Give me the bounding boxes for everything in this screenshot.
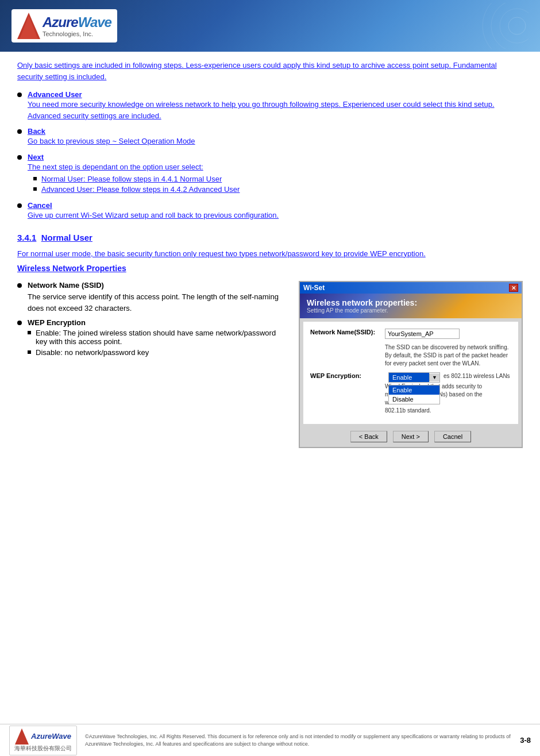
footer-logo-text: AzureWave [31,732,71,740]
wep-encryption-bullet: WEP Encryption Enable: The joined wirele… [17,318,287,359]
footer-logo-chinese: 海華科技股份有限公司 [14,745,72,753]
wep-selected: Enable [389,373,429,382]
wiset-back-button[interactable]: < Back [350,431,387,442]
wep-enable-text: Enable: The joined wireless station shou… [36,329,287,346]
footer-triangle-icon [15,728,29,745]
wiset-dialog: Wi-Set ✕ Wireless network properties: Se… [299,281,523,448]
bullet-dot [17,321,22,325]
bullet-dot [17,203,22,208]
wep-row: WEP Encryption: Enable ▼ Enable Disable [310,372,511,415]
wep-label: WEP Encryption: [310,372,385,379]
sub-bullet-normal-user: Normal User: Please follow steps in 4.4.… [33,175,240,183]
wiset-next-button[interactable]: Next > [393,431,429,442]
footer-copyright: ©AzureWave Technologies, Inc. All Rights… [85,733,512,747]
bullet-advanced-user: Advanced User You need more security kno… [17,90,523,121]
wep-dropdown-wrap: Enable ▼ Enable Disable [388,372,440,383]
network-name-desc: The service serve identify of this acces… [28,291,287,314]
ssid-row: Network Name(SSID): [310,329,511,339]
footer-logo: AzureWave 海華科技股份有限公司 [9,726,77,755]
wiset-close-button[interactable]: ✕ [509,284,518,292]
wep-disable-bullet: Disable: no network/password key [28,348,287,357]
header-logo: AzureWave Technologies, Inc. [11,9,117,43]
ssid-desc: The SSID can be discovered by network sn… [385,344,511,368]
next-desc: The next step is dependant on the option… [28,161,240,173]
sub-square [28,350,31,354]
wiset-body: Network Name(SSID): The SSID can be disc… [303,322,518,424]
two-col-layout: Network Name (SSID) The service serve id… [17,281,523,448]
wep-option-disable[interactable]: Disable [389,395,439,404]
dropdown-arrow-icon[interactable]: ▼ [429,373,439,381]
next-link[interactable]: Next [28,153,240,161]
bullet-content-cancel: Cancel Give up current Wi-Set Wizard set… [28,201,279,221]
svg-point-2 [483,3,529,49]
next-sub-bullets: Normal User: Please follow steps in 4.4.… [33,175,240,194]
logo-triangle-icon [17,13,40,39]
network-name-title: Network Name (SSID) [28,281,287,290]
wep-dropdown-popup: Enable Disable [388,385,440,404]
wep-bottom-line: 802.11b standard. [385,407,511,415]
advanced-user-desc: You need more security knowledge on wire… [28,99,523,121]
cancel-link[interactable]: Cancel [28,201,279,210]
wiset-footer: < Back Next > Cacnel [300,427,522,447]
wep-enable-bullet: Enable: The joined wireless station shou… [28,329,287,346]
wiset-banner: Wireless network properties: Setting AP … [300,294,522,318]
wep-sub-bullets: Enable: The joined wireless station shou… [28,329,287,357]
sub-bullet-square [33,187,37,191]
sub-bullet-text-normal: Normal User: Please follow steps in 4.4.… [41,175,222,183]
back-link[interactable]: Back [28,127,195,136]
wiset-cancel-button[interactable]: Cacnel [434,431,471,442]
wiset-banner-title: Wireless network properties: [307,298,515,307]
wiset-banner-subtitle: Setting AP the mode parameter. [307,307,515,314]
left-column: Network Name (SSID) The service serve id… [17,281,287,364]
bullet-dot [17,129,22,134]
section-title: Normal User [41,233,92,242]
normal-user-desc: For normal user mode, the basic security… [17,248,523,260]
intro-text: Only basic settings are included in foll… [17,60,523,82]
svg-point-4 [500,9,529,43]
header-decorative-circles [460,3,529,49]
bullet-dot [17,155,22,160]
bullet-dot [17,92,22,97]
wiset-dialog-container: Wi-Set ✕ Wireless network properties: Se… [299,281,523,448]
wireless-network-properties-heading: Wireless Network Properties [17,264,523,273]
logo-azure: Azure [43,14,78,30]
bullet-dot [17,283,22,288]
back-desc: Go back to previous step ~ Select Operat… [28,136,195,147]
logo-wave: Wave [78,14,111,30]
bullet-cancel: Cancel Give up current Wi-Set Wizard set… [17,201,523,221]
sub-bullet-square [33,177,37,180]
footer-page-number: 3-8 [520,736,531,745]
sub-square [28,331,31,334]
footer-logo-inner: AzureWave [15,728,71,745]
bullet-next: Next The next step is dependant on the o… [17,153,523,196]
network-name-content: Network Name (SSID) The service serve id… [28,281,287,314]
bullet-content-advanced: Advanced User You need more security kno… [28,90,523,121]
wep-encryption-content: WEP Encryption Enable: The joined wirele… [28,318,287,359]
wep-dropdown[interactable]: Enable ▼ [388,372,440,383]
network-name-bullet: Network Name (SSID) The service serve id… [17,281,287,314]
wep-encryption-title: WEP Encryption [28,318,287,327]
sub-bullet-advanced-user: Advanced User: Please follow steps in 4.… [33,185,240,194]
wep-disable-text: Disable: no network/password key [36,348,149,357]
page-header: AzureWave Technologies, Inc. [0,0,540,52]
svg-marker-6 [15,728,29,745]
logo-subtitle: Technologies, Inc. [43,30,111,37]
bullet-content-back: Back Go back to previous step ~ Select O… [28,127,195,147]
page-footer: AzureWave 海華科技股份有限公司 ©AzureWave Technolo… [0,724,540,756]
sub-bullet-text-advanced: Advanced User: Please follow steps in 4.… [41,185,240,194]
advanced-user-link[interactable]: Advanced User [28,90,523,99]
wep-option-enable[interactable]: Enable [389,385,439,395]
section-heading-341: 3.4.1 Normal User [17,233,523,242]
main-content: Only basic settings are included in foll… [0,52,540,456]
ssid-label: Network Name(SSID): [310,329,385,335]
wiset-title: Wi-Set [303,284,325,292]
wep-right-desc: es 802.11b wireless LANs [443,372,510,380]
ssid-input[interactable] [385,329,460,339]
svg-point-5 [508,17,526,34]
bullet-content-next: Next The next step is dependant on the o… [28,153,240,196]
wiset-titlebar: Wi-Set ✕ [300,282,522,294]
cancel-desc: Give up current Wi-Set Wizard setup and … [28,210,279,221]
bullet-back: Back Go back to previous step ~ Select O… [17,127,523,147]
section-number: 3.4.1 [17,233,36,242]
wep-row-inner: WEP Encryption: Enable ▼ Enable Disable [310,372,511,383]
